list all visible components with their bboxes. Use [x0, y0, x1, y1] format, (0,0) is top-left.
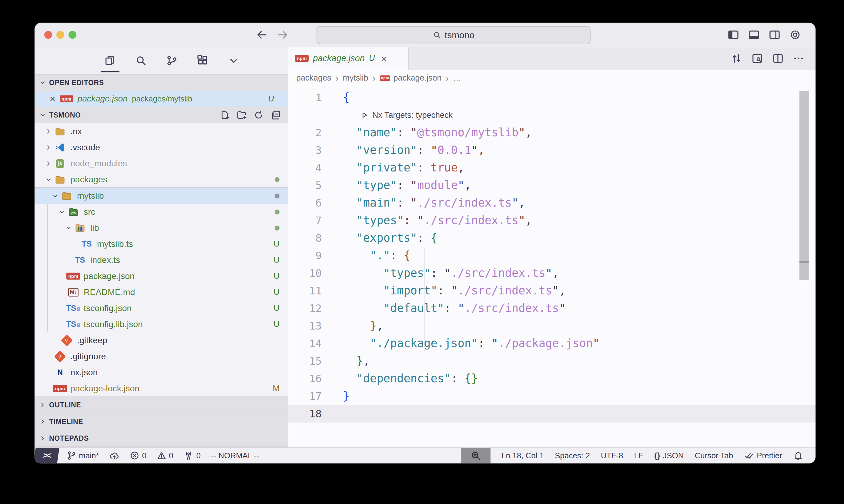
new-file-icon[interactable]	[220, 110, 230, 120]
line-number[interactable]: 11	[288, 285, 322, 297]
code-line-1[interactable]: 1{	[288, 89, 815, 106]
chevron-down-icon[interactable]	[50, 191, 60, 201]
tree-item--nx[interactable]: .nx	[35, 123, 288, 139]
search-icon[interactable]	[134, 54, 148, 68]
breadcrumb-item[interactable]: mytslib	[343, 73, 368, 83]
line-number[interactable]: 10	[288, 267, 322, 279]
line-number[interactable]: 12	[288, 302, 322, 314]
toggle-secondary-sidebar-icon[interactable]	[768, 29, 781, 41]
tree-item-index-ts[interactable]: TSindex.tsU	[35, 252, 288, 268]
notifications-bell-icon[interactable]	[793, 450, 803, 461]
open-editor-item[interactable]: × npm package.json packages/mytslib U	[35, 91, 288, 107]
vim-mode-indicator[interactable]: -- NORMAL --	[211, 451, 259, 461]
code-line-10[interactable]: 10 "types": "./src/index.ts",	[288, 265, 815, 282]
new-folder-icon[interactable]	[237, 110, 247, 120]
breadcrumb-item[interactable]: packages	[296, 73, 331, 83]
tree-item-lib[interactable]: lib	[35, 220, 288, 236]
explorer-section-header[interactable]: TSMONO	[35, 107, 288, 123]
tree-item-readme-md[interactable]: M↓README.mdU	[35, 284, 288, 300]
branch-indicator[interactable]: main*	[67, 451, 99, 461]
line-number[interactable]: 14	[288, 337, 322, 349]
chevron-down-icon[interactable]	[44, 175, 53, 184]
code-line-5[interactable]: 5 "type": "module",	[288, 177, 815, 194]
code-line-2[interactable]: 2 "name": "@tsmono/mytslib",	[288, 124, 815, 141]
tree-item-nx-json[interactable]: Nnx.json	[35, 364, 288, 380]
remote-indicator[interactable]: ><	[35, 448, 59, 463]
navigate-forward-button[interactable]	[276, 28, 289, 41]
line-number[interactable]: 2	[288, 127, 322, 139]
screencast-zoom-indicator[interactable]	[461, 448, 490, 463]
code-line-15[interactable]: 15 },	[288, 352, 815, 370]
code-line-16[interactable]: 16 "dependencies": {}	[288, 370, 815, 388]
open-editors-header[interactable]: OPEN EDITORS	[35, 74, 288, 91]
chevron-down-icon[interactable]	[64, 223, 73, 233]
line-number[interactable]: 17	[288, 390, 322, 402]
breadcrumb-item[interactable]: npmpackage.json	[380, 73, 442, 83]
close-icon[interactable]: ×	[50, 93, 55, 105]
code-line-3[interactable]: 3 "version": "0.0.1",	[288, 141, 815, 159]
tree-item-mytslib-ts[interactable]: TSmytslib.tsU	[35, 236, 288, 252]
toggle-panel-icon[interactable]	[747, 29, 760, 41]
chevron-right-icon[interactable]	[44, 143, 53, 152]
line-number[interactable]: 4	[288, 162, 322, 174]
source-control-icon[interactable]	[165, 54, 179, 68]
line-number[interactable]: 9	[288, 250, 322, 262]
minimize-window-button[interactable]	[56, 31, 64, 39]
indentation-indicator[interactable]: Spaces: 2	[555, 451, 590, 461]
more-actions-icon[interactable]	[792, 52, 805, 65]
formatter-indicator[interactable]: Prettier	[744, 450, 782, 461]
close-tab-icon[interactable]: ×	[381, 53, 387, 64]
code-line-18[interactable]: 18	[288, 405, 815, 422]
panel-header-timeline[interactable]: TIMELINE	[35, 413, 288, 430]
panel-header-outline[interactable]: OUTLINE	[35, 396, 288, 413]
tree-item-tsconfig-json[interactable]: TS⚙tsconfig.jsonU	[35, 300, 288, 316]
breadcrumb-item[interactable]: …	[453, 73, 461, 83]
sync-indicator[interactable]	[109, 450, 119, 461]
line-number[interactable]: 18	[288, 408, 322, 420]
code-line-9[interactable]: 9 ".": {	[288, 247, 815, 265]
eol-indicator[interactable]: LF	[634, 451, 643, 461]
code-line-14[interactable]: 14 "./package.json": "./package.json"	[288, 335, 815, 352]
code-editor[interactable]: 1{Nx Targets: typecheck2 "name": "@tsmon…	[288, 86, 815, 447]
scrollbar-thumb[interactable]	[799, 91, 809, 280]
tree-item-package-json[interactable]: npmpackage.jsonU	[35, 268, 288, 284]
navigate-back-button[interactable]	[255, 28, 269, 41]
command-center-search[interactable]: tsmono	[316, 26, 590, 44]
line-number[interactable]: 5	[288, 179, 322, 192]
tree-item-tsconfig-lib-json[interactable]: TS⚙tsconfig.lib.jsonU	[35, 316, 288, 332]
line-number[interactable]: 15	[288, 355, 322, 367]
code-line-4[interactable]: 4 "private": true,	[288, 159, 815, 177]
tree-item-src[interactable]: </>src	[35, 204, 288, 220]
line-number[interactable]: 16	[288, 373, 322, 385]
tree-item-node-modules[interactable]: jsnode_modules	[35, 156, 288, 172]
chevron-down-icon[interactable]	[57, 207, 67, 217]
refresh-icon[interactable]	[254, 110, 264, 120]
settings-gear-icon[interactable]	[789, 29, 802, 41]
tree-item-packages[interactable]: packages	[35, 172, 288, 187]
tree-item-package-lock-json[interactable]: npmpackage-lock.jsonM	[35, 380, 288, 396]
tree-item-mytslib[interactable]: mytslib	[35, 187, 288, 204]
language-indicator[interactable]: {}JSON	[654, 451, 684, 461]
broadcast-indicator[interactable]: 0	[184, 450, 201, 461]
chevron-right-icon[interactable]	[44, 159, 53, 168]
encoding-indicator[interactable]: UTF-8	[601, 451, 623, 461]
collapse-all-icon[interactable]	[271, 110, 281, 120]
code-line-8[interactable]: 8 "exports": {	[288, 229, 815, 247]
zoom-window-button[interactable]	[69, 31, 76, 39]
open-changes-icon[interactable]	[730, 52, 743, 65]
code-line-17[interactable]: 17}	[288, 388, 815, 405]
code-line-12[interactable]: 12 "default": "./src/index.ts"	[288, 300, 815, 317]
tree-item--gitignore[interactable]: ⑂.gitignore	[35, 348, 288, 364]
codelens-nx-targets[interactable]: Nx Targets: typecheck	[288, 106, 815, 124]
tree-item--vscode[interactable]: .vscode	[35, 139, 288, 156]
code-line-13[interactable]: 13 },	[288, 317, 815, 335]
line-number[interactable]: 8	[288, 232, 322, 244]
chevron-down-icon[interactable]	[227, 54, 241, 68]
line-number[interactable]: 7	[288, 214, 322, 227]
code-line-6[interactable]: 6 "main": "./src/index.ts",	[288, 194, 815, 212]
close-window-button[interactable]	[44, 31, 52, 39]
line-number[interactable]: 6	[288, 197, 322, 209]
tree-item--gitkeep[interactable]: ⑂.gitkeep	[35, 332, 288, 348]
line-number[interactable]: 3	[288, 144, 322, 156]
problems-errors[interactable]: 0	[130, 451, 146, 461]
